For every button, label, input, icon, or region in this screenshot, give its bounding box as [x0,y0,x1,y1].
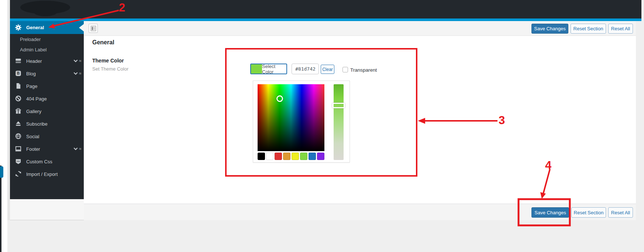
sidebar-item-preloader[interactable]: Preloader [10,34,84,44]
field-label-theme-color: Theme Color [92,58,124,64]
sidebar-item-404-page[interactable]: 404 Page [10,92,84,105]
transparent-label: Transparent [350,67,377,73]
current-color-swatch [251,64,262,74]
default-palette-row [258,153,324,160]
gutter-divider [7,0,10,220]
palette-swatch[interactable] [266,153,273,160]
page: General Preloader Admin Label Header ≋ B… [0,0,644,252]
palette-swatch[interactable] [317,153,324,160]
save-changes-button-top[interactable]: Save Changes [531,24,568,34]
panel-body [84,36,636,204]
footer-icon [15,145,23,153]
page-title: General [92,39,114,46]
gear-icon [15,24,23,31]
sidebar-item-admin-label[interactable]: Admin Label [10,44,84,55]
reset-section-button-bottom[interactable]: Reset Section [571,207,606,218]
shade-slider[interactable] [334,84,344,160]
palette-swatch[interactable] [275,153,282,160]
redacted-logo-blob-tail [34,8,57,16]
sidebar-item-social[interactable]: Social [10,130,84,143]
sidebar-footer [10,199,84,220]
sidebar-item-footer[interactable]: Footer ≋ [10,143,84,155]
reset-all-button-bottom[interactable]: Reset All [608,207,633,218]
eject-icon [15,120,23,127]
sidebar-item-subscribe[interactable]: Subscribe [10,118,84,130]
palette-swatch[interactable] [283,153,290,160]
sidebar-item-gallery[interactable]: Gallery [10,105,84,118]
clear-color-button[interactable]: Clear [321,65,334,74]
header-icon [15,57,23,65]
color-cursor[interactable] [276,95,283,102]
chevron-down-icon[interactable]: ≋ [73,71,82,76]
shade-slider-handle[interactable] [332,103,345,108]
svg-text:B: B [17,71,20,75]
reset-section-button-top[interactable]: Reset Section [571,24,606,34]
sidebar-item-general[interactable]: General [10,21,84,34]
css-icon: css [15,158,23,165]
select-color-button[interactable]: Select Color [250,64,287,74]
active-item-arrow [79,24,84,31]
options-sidebar: General Preloader Admin Label Header ≋ B… [10,21,84,199]
layout-expand-icon [90,25,96,31]
page-icon [15,82,23,90]
svg-text:css: css [17,160,20,162]
globe-icon [15,133,23,140]
sidebar-item-blog[interactable]: B Blog ≋ [10,67,84,80]
sidebar-item-header[interactable]: Header ≋ [10,55,84,67]
save-changes-button-bottom[interactable]: Save Changes [531,207,569,218]
sidebar-item-custom-css[interactable]: css Custom Css [10,155,84,168]
collapsed-admin-menu [0,166,1,252]
chevron-down-icon[interactable]: ≋ [73,59,82,63]
palette-swatch[interactable] [292,153,299,160]
accent-strip [10,18,641,21]
color-picker-panel [253,81,350,163]
reset-all-button-top[interactable]: Reset All [608,24,633,34]
sidebar-item-page[interactable]: Page [10,80,84,92]
transparent-checkbox[interactable] [342,67,348,72]
field-description: Set Theme Color [92,66,128,72]
palette-swatch[interactable] [258,153,265,160]
sidebar-item-import-export[interactable]: Import / Export [10,168,84,180]
saturation-value-square[interactable] [258,84,324,151]
chevron-down-icon[interactable]: ≋ [73,147,82,151]
gift-icon [15,108,23,115]
panel-expand-button[interactable] [89,24,98,33]
palette-swatch[interactable] [309,153,316,160]
refresh-icon [15,170,23,178]
hex-color-input[interactable] [292,64,319,74]
palette-swatch[interactable] [300,153,307,160]
menu-collapse-tab[interactable] [0,166,3,178]
ban-icon [15,95,23,102]
admin-top-bar [10,0,641,18]
blog-icon: B [15,70,23,77]
select-color-label: Select Color [262,64,286,74]
